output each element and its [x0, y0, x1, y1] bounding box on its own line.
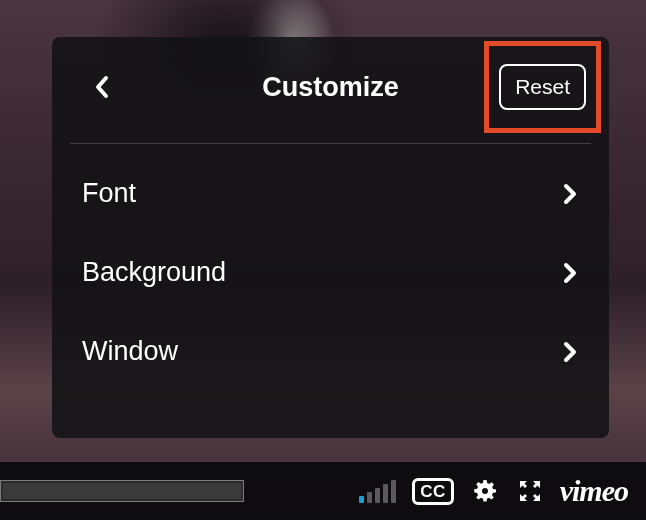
closed-captions-button[interactable]: CC [412, 478, 454, 505]
volume-bar [359, 496, 364, 503]
player-controls: CC vimeo [0, 462, 646, 520]
volume-bar [391, 480, 396, 503]
back-button[interactable] [82, 67, 122, 107]
panel-title: Customize [262, 72, 399, 103]
menu-item-background[interactable]: Background [52, 233, 609, 312]
volume-bar [383, 484, 388, 503]
menu-list: Font Background Window [52, 144, 609, 401]
chevron-right-icon [563, 262, 577, 284]
gear-icon [470, 476, 500, 506]
menu-item-label: Background [82, 257, 226, 288]
progress-bar[interactable] [0, 480, 244, 502]
menu-item-font[interactable]: Font [52, 154, 609, 233]
settings-button[interactable] [470, 476, 500, 506]
menu-item-label: Font [82, 178, 136, 209]
customize-panel: Customize Reset Font Background Window [52, 37, 609, 438]
chevron-right-icon [563, 183, 577, 205]
panel-header: Customize Reset [52, 37, 609, 143]
menu-item-window[interactable]: Window [52, 312, 609, 391]
volume-bar [375, 488, 380, 503]
vimeo-logo[interactable]: vimeo [560, 474, 628, 508]
reset-button[interactable]: Reset [499, 64, 586, 110]
volume-control[interactable] [359, 479, 396, 503]
chevron-left-icon [94, 75, 110, 99]
volume-bar [367, 492, 372, 503]
chevron-right-icon [563, 341, 577, 363]
progress-fill [3, 483, 241, 499]
menu-item-label: Window [82, 336, 178, 367]
reset-highlight: Reset [484, 41, 601, 133]
fullscreen-button[interactable] [516, 477, 544, 505]
fullscreen-icon [516, 477, 544, 505]
